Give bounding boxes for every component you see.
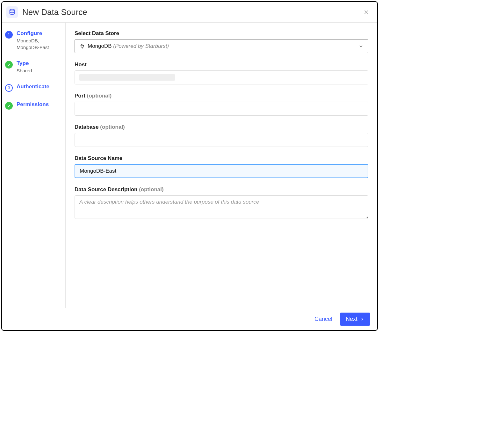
port-input[interactable] — [75, 102, 368, 116]
label-host: Host — [75, 61, 368, 68]
plug-icon — [79, 43, 85, 49]
chevron-right-icon — [360, 317, 364, 322]
next-button[interactable]: Next — [340, 313, 370, 326]
step-permissions[interactable]: Permissions — [5, 101, 62, 110]
form-group-description: Data Source Description (optional) — [75, 186, 368, 219]
label-text: Database — [75, 124, 99, 130]
database-icon — [6, 6, 18, 18]
step-badge-3: 3 — [5, 84, 13, 92]
label-data-store: Select Data Store — [75, 30, 368, 37]
form-area: Select Data Store MongoDB (Powered by St… — [66, 23, 377, 308]
label-database: Database (optional) — [75, 124, 368, 130]
modal-title: New Data Source — [22, 7, 87, 17]
label-text: Data Source Description — [75, 186, 137, 192]
step-text: Permissions — [17, 101, 49, 108]
optional-text: (optional) — [87, 93, 112, 99]
description-textarea[interactable] — [75, 195, 368, 219]
chevron-down-icon — [358, 44, 364, 49]
select-value-wrap: MongoDB (Powered by Starburst) — [79, 43, 169, 49]
step-badge-check-icon — [5, 102, 13, 110]
optional-text: (optional) — [100, 124, 125, 130]
optional-text: (optional) — [139, 186, 163, 192]
step-text: Configure MongoDB, MongoDB-East — [17, 30, 62, 51]
close-icon[interactable] — [363, 8, 370, 16]
form-group-port: Port (optional) — [75, 93, 368, 116]
cancel-button[interactable]: Cancel — [314, 316, 332, 322]
label-description: Data Source Description (optional) — [75, 186, 368, 193]
database-input[interactable] — [75, 133, 368, 147]
select-text: MongoDB (Powered by Starburst) — [88, 43, 169, 49]
modal-header-left: New Data Source — [6, 6, 87, 18]
step-subtitle: Shared — [17, 67, 32, 74]
form-group-name: Data Source Name — [75, 155, 368, 178]
step-authenticate[interactable]: 3 Authenticate — [5, 83, 62, 92]
data-source-name-input[interactable] — [75, 164, 368, 178]
step-badge-1: 1 — [5, 31, 13, 39]
form-group-database: Database (optional) — [75, 124, 368, 147]
step-number: 3 — [8, 86, 10, 90]
label-text: Port — [75, 93, 85, 99]
redacted-value — [79, 74, 175, 81]
host-input[interactable] — [75, 70, 368, 84]
step-title: Configure — [17, 30, 62, 37]
step-title: Permissions — [17, 101, 49, 108]
form-group-host: Host — [75, 61, 368, 84]
modal-footer: Cancel Next — [2, 308, 377, 330]
step-subtitle: MongoDB, MongoDB-East — [17, 37, 62, 51]
step-configure[interactable]: 1 Configure MongoDB, MongoDB-East — [5, 30, 62, 51]
label-port: Port (optional) — [75, 93, 368, 99]
step-text: Type Shared — [17, 60, 32, 74]
next-label: Next — [346, 316, 357, 322]
step-title: Authenticate — [17, 83, 49, 90]
select-value: MongoDB — [88, 43, 112, 49]
svg-point-0 — [10, 9, 15, 11]
modal-header: New Data Source — [2, 2, 377, 23]
modal-body: 1 Configure MongoDB, MongoDB-East Type S… — [2, 23, 377, 308]
step-text: Authenticate — [17, 83, 49, 90]
data-store-select[interactable]: MongoDB (Powered by Starburst) — [75, 39, 368, 53]
step-type[interactable]: Type Shared — [5, 60, 62, 74]
form-group-data-store: Select Data Store MongoDB (Powered by St… — [75, 30, 368, 53]
sidebar-steps: 1 Configure MongoDB, MongoDB-East Type S… — [2, 23, 66, 308]
step-number: 1 — [8, 33, 10, 37]
step-badge-check-icon — [5, 61, 13, 69]
step-title: Type — [17, 60, 32, 67]
select-suffix: (Powered by Starburst) — [113, 43, 169, 49]
label-name: Data Source Name — [75, 155, 368, 162]
modal-new-data-source: New Data Source 1 Configure MongoDB, Mon… — [1, 1, 378, 331]
